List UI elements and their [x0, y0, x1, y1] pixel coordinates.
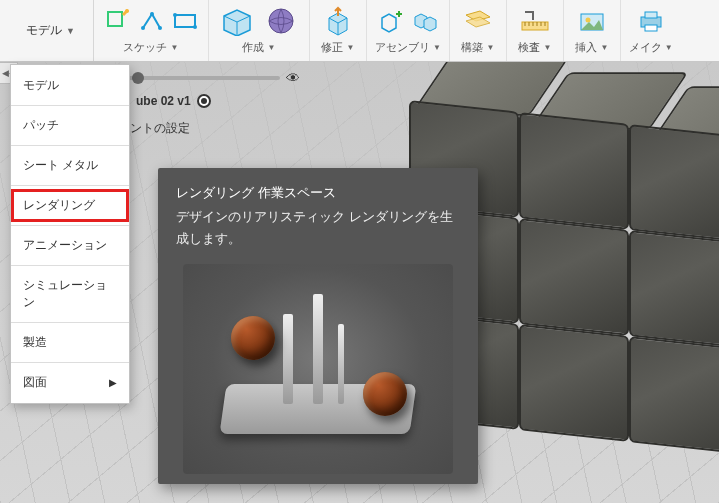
toolbar-group-create: 作成▼: [209, 0, 310, 61]
workspace-tooltip: レンダリング 作業スペース デザインのリアリスティック レンダリングを生成します…: [158, 168, 478, 484]
toolbar-group-modify: 修正▼: [310, 0, 367, 61]
menu-separator: [11, 265, 129, 266]
eye-icon[interactable]: 👁: [286, 70, 300, 86]
workspace-switcher[interactable]: モデル ▼: [4, 0, 94, 61]
toolbar-group-label[interactable]: 作成▼: [242, 40, 275, 55]
construct-plane-icon[interactable]: [458, 4, 498, 38]
chevron-down-icon: ▼: [66, 26, 75, 36]
chevron-down-icon: ▼: [267, 43, 275, 52]
sphere-icon[interactable]: [261, 4, 301, 38]
menu-item-render[interactable]: レンダリング: [11, 189, 129, 222]
tooltip-title: レンダリング 作業スペース: [176, 182, 460, 204]
chevron-right-icon: ▶: [109, 377, 117, 388]
toolbar-group-label[interactable]: 挿入▼: [575, 40, 608, 55]
svg-rect-5: [175, 15, 195, 27]
joint-icon[interactable]: [410, 6, 440, 36]
menu-separator: [11, 145, 129, 146]
line-icon[interactable]: [136, 6, 166, 36]
svg-rect-13: [645, 12, 657, 18]
toolbar-group-make: メイク▼: [621, 0, 681, 61]
component-name: ube 02 v1: [136, 94, 191, 108]
menu-separator: [11, 362, 129, 363]
rectangle-icon[interactable]: [170, 6, 200, 36]
chevron-down-icon: ▼: [433, 43, 441, 52]
menu-separator: [11, 105, 129, 106]
menu-item-sheetmetal[interactable]: シート メタル: [11, 149, 129, 182]
svg-point-3: [150, 12, 154, 16]
toolbar-group-label[interactable]: アセンブリ▼: [375, 40, 441, 55]
svg-rect-14: [645, 25, 657, 31]
main-toolbar: モデル ▼ スケッチ▼ 作成: [0, 0, 719, 62]
activate-radio-icon[interactable]: [197, 94, 211, 108]
menu-item-cam[interactable]: 製造: [11, 326, 129, 359]
svg-point-7: [193, 25, 197, 29]
toolbar-group-assembly: アセンブリ▼: [367, 0, 450, 61]
tooltip-preview-image: [183, 264, 453, 474]
svg-rect-0: [108, 12, 122, 26]
print-icon[interactable]: [631, 4, 671, 38]
toolbar-group-label[interactable]: スケッチ▼: [123, 40, 178, 55]
tooltip-body: デザインのリアリスティック レンダリングを生成します。: [176, 206, 460, 250]
svg-point-4: [158, 26, 162, 30]
toolbar-group-label[interactable]: 検査▼: [518, 40, 551, 55]
svg-point-1: [125, 9, 129, 13]
chevron-down-icon: ▼: [486, 43, 494, 52]
chevron-down-icon: ▼: [600, 43, 608, 52]
toolbar-group-label[interactable]: 修正▼: [321, 40, 354, 55]
toolbar-group-sketch: スケッチ▼: [94, 0, 209, 61]
svg-point-11: [585, 18, 590, 23]
menu-item-simulation[interactable]: シミュレーション: [11, 269, 129, 319]
menu-item-patch[interactable]: パッチ: [11, 109, 129, 142]
sketch-create-icon[interactable]: [102, 6, 132, 36]
insert-icon[interactable]: [572, 4, 612, 38]
menu-item-drawing[interactable]: 図面 ▶: [11, 366, 129, 399]
toolbar-group-label[interactable]: メイク▼: [629, 40, 673, 55]
menu-item-animation[interactable]: アニメーション: [11, 229, 129, 262]
svg-rect-9: [522, 22, 548, 30]
workspace-menu: モデル パッチ シート メタル レンダリング アニメーション シミュレーション …: [10, 64, 130, 404]
menu-separator: [11, 322, 129, 323]
menu-item-model[interactable]: モデル: [11, 69, 129, 102]
chevron-down-icon: ▼: [665, 43, 673, 52]
chevron-down-icon: ▼: [170, 43, 178, 52]
assembly-new-icon[interactable]: [376, 6, 406, 36]
press-pull-icon[interactable]: [318, 4, 358, 38]
svg-point-8: [269, 9, 293, 33]
measure-icon[interactable]: [515, 4, 555, 38]
toolbar-group-construct: 構築▼: [450, 0, 507, 61]
chevron-down-icon: ▼: [346, 43, 354, 52]
toolbar-group-inspect: 検査▼: [507, 0, 564, 61]
workspace-label: モデル: [26, 22, 62, 39]
toolbar-group-label[interactable]: 構築▼: [461, 40, 494, 55]
menu-separator: [11, 185, 129, 186]
toolbar-group-insert: 挿入▼: [564, 0, 621, 61]
svg-point-6: [173, 13, 177, 17]
menu-separator: [11, 225, 129, 226]
chevron-down-icon: ▼: [543, 43, 551, 52]
box-icon[interactable]: [217, 4, 257, 38]
svg-point-2: [141, 26, 145, 30]
